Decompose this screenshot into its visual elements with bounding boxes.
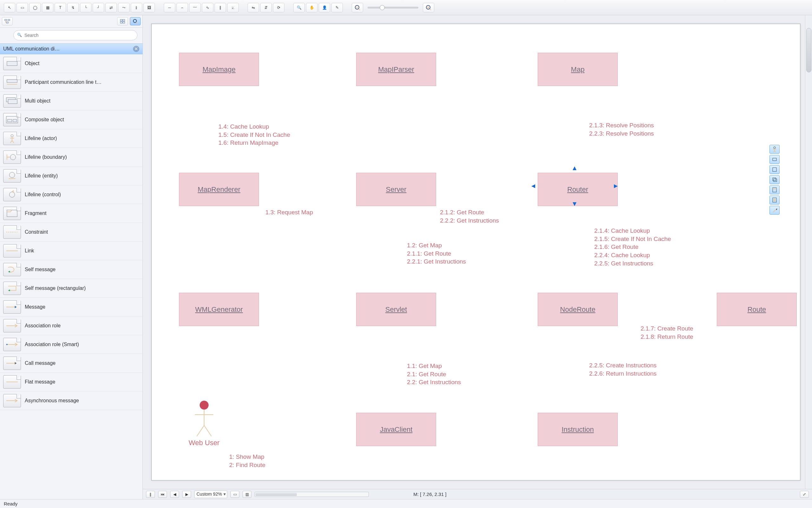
- node-server[interactable]: Server: [356, 173, 436, 206]
- sidebar-item-composite[interactable]: Composite object: [0, 111, 142, 129]
- node-map[interactable]: Map: [538, 53, 618, 86]
- page-first[interactable]: ⏮: [158, 491, 167, 498]
- toolbar-line[interactable]: ─: [164, 3, 175, 12]
- page-prev[interactable]: ◀: [170, 491, 179, 498]
- message-label[interactable]: 2.1.7: Create Route2.1.8: Return Route: [641, 325, 693, 341]
- palette-rect1[interactable]: [769, 155, 780, 164]
- toolbar-arc[interactable]: ⌢: [177, 3, 188, 12]
- palette-edit[interactable]: [769, 206, 780, 215]
- toolbar-connector-s[interactable]: ⤳: [118, 3, 130, 12]
- svg-point-16: [133, 19, 136, 23]
- toolbar-spline[interactable]: ∿: [202, 3, 213, 12]
- sidebar-item-object[interactable]: Object: [0, 54, 142, 73]
- toolbar-person[interactable]: 👤: [319, 3, 330, 12]
- node-servlet[interactable]: Servlet: [356, 293, 436, 326]
- sidebar-item-self[interactable]: Self message: [0, 260, 142, 279]
- node-wmlgenerator[interactable]: WMLGenerator: [179, 293, 259, 326]
- sidebar-item-assoc-smart[interactable]: Association role (Smart): [0, 335, 142, 354]
- zoom-out-button[interactable]: [352, 3, 363, 12]
- toolbar-table[interactable]: ▦: [42, 3, 53, 12]
- sidebar-item-async[interactable]: Asynchronous message: [0, 391, 142, 410]
- message-label[interactable]: 2.1.2: Get Route2.2.2: Get Instructions: [440, 208, 499, 224]
- sidebar-item-call[interactable]: Call message: [0, 354, 142, 373]
- message-label[interactable]: 2.1.3: Resolve Positions2.2.3: Resolve P…: [589, 121, 654, 137]
- page-next[interactable]: ▶: [182, 491, 191, 498]
- sidebar-tab-tree[interactable]: [2, 17, 13, 26]
- actor-web-user[interactable]: Web User: [187, 400, 222, 447]
- palette-list[interactable]: [769, 196, 780, 205]
- toolbar-angle[interactable]: ⟀: [227, 3, 239, 12]
- message-label[interactable]: 2.1.4: Cache Lookup2.1.5: Create If Not …: [594, 227, 671, 267]
- node-javaclient[interactable]: JavaClient: [356, 413, 436, 446]
- toolbar-pointer[interactable]: ↖: [4, 3, 15, 12]
- message-label[interactable]: 2.2.5: Create Instructions2.2.6: Return …: [589, 361, 657, 378]
- message-label[interactable]: 1.1: Get Map2.1: Get Route2.2: Get Instr…: [407, 362, 461, 386]
- zoom-in-button[interactable]: [423, 3, 434, 12]
- sidebar-item-message[interactable]: Message: [0, 298, 142, 316]
- search-input[interactable]: [13, 30, 137, 40]
- sidebar-item-fragment[interactable]: Fragment: [0, 204, 142, 223]
- sidebar-item-participant[interactable]: Participant communication line t…: [0, 73, 142, 92]
- sidebar-item-control[interactable]: Lifeline (control): [0, 185, 142, 204]
- message-label[interactable]: 1.2: Get Map2.1.1: Get Route2.2.1: Get I…: [407, 241, 466, 266]
- view-single[interactable]: ▭: [230, 491, 239, 498]
- toolbar-connector-r[interactable]: ┘: [93, 3, 104, 12]
- palette-actor[interactable]: [769, 145, 780, 154]
- toolbar-rect[interactable]: ▭: [16, 3, 28, 12]
- sidebar-item-boundary[interactable]: Lifeline (boundary): [0, 148, 142, 167]
- sidebar-tab-search[interactable]: [130, 17, 141, 26]
- vertical-scrollbar[interactable]: [805, 15, 812, 489]
- page[interactable]: MapImageMapIParserMapMapRendererServerRo…: [151, 24, 801, 481]
- actor-icon: [3, 132, 21, 145]
- palette-rect-stack[interactable]: [769, 175, 780, 184]
- toolbar-polyline[interactable]: ↯: [67, 3, 79, 12]
- toolbar-curve[interactable]: 〰: [189, 3, 200, 12]
- toolbar-ellipse[interactable]: ◯: [29, 3, 41, 12]
- top-toolbar: ↖▭◯▦T↯└┘⇄⤳⫿🖼 ─⌢〰∿∥⟀ ⇋⇵⟳ 🔍✋👤✎: [0, 0, 812, 15]
- toolbar-flip-h[interactable]: ⇋: [247, 3, 259, 12]
- toolbar-flip-v[interactable]: ⇵: [260, 3, 272, 12]
- fit-page[interactable]: ⤢: [800, 491, 809, 498]
- sidebar-tab-grid[interactable]: [117, 17, 128, 26]
- hscroll[interactable]: [255, 492, 369, 497]
- node-mapiparser[interactable]: MapIParser: [356, 53, 436, 86]
- svg-line-29: [10, 141, 12, 143]
- message-label[interactable]: 1.3: Request Map: [265, 208, 313, 216]
- toolbar-text[interactable]: T: [55, 3, 66, 12]
- node-maprenderer[interactable]: MapRenderer: [179, 173, 259, 206]
- node-router[interactable]: Router: [538, 173, 618, 206]
- svg-point-26: [11, 135, 13, 137]
- toolbar-connector-l[interactable]: └: [80, 3, 91, 12]
- canvas[interactable]: MapImageMapIParserMapMapRendererServerRo…: [143, 15, 812, 489]
- node-instruction[interactable]: Instruction: [538, 413, 618, 446]
- node-route[interactable]: Route: [717, 293, 797, 326]
- toolbar-zoom-plus[interactable]: 🔍: [293, 3, 305, 12]
- sidebar-section-title[interactable]: UML communication di… ✕: [0, 43, 142, 54]
- toolbar-pencil[interactable]: ✎: [331, 3, 343, 12]
- palette-panel[interactable]: [769, 185, 780, 194]
- node-mapimage[interactable]: MapImage: [179, 53, 259, 86]
- toolbar-connector-t[interactable]: ⫿: [131, 3, 142, 12]
- sidebar-item-actor[interactable]: Lifeline (actor): [0, 129, 142, 148]
- toolbar-parallel[interactable]: ∥: [215, 3, 226, 12]
- zoom-slider[interactable]: [368, 7, 418, 9]
- toolbar-rotate[interactable]: ⟳: [273, 3, 284, 12]
- message-label[interactable]: 1.4: Cache Lookup1.5: Create If Not In C…: [218, 123, 290, 147]
- sidebar-item-self-rect[interactable]: Self message (rectangular): [0, 279, 142, 298]
- message-label[interactable]: 1: Show Map2: Find Route: [229, 453, 265, 469]
- palette-rect2[interactable]: [769, 165, 780, 174]
- sidebar-item-assoc[interactable]: Association role: [0, 316, 142, 335]
- sidebar-item-multi[interactable]: Multi object: [0, 92, 142, 111]
- zoom-display[interactable]: Custom 92%: [194, 491, 227, 498]
- ruler-toggle[interactable]: ‖: [146, 491, 155, 498]
- toolbar-hand[interactable]: ✋: [306, 3, 317, 12]
- sidebar-item-constraint[interactable]: Constraint: [0, 223, 142, 242]
- toolbar-image[interactable]: 🖼: [143, 3, 155, 12]
- sidebar-section-close[interactable]: ✕: [133, 46, 139, 52]
- sidebar-item-entity[interactable]: Lifeline (entity): [0, 167, 142, 185]
- node-noderoute[interactable]: NodeRoute: [538, 293, 618, 326]
- view-multi[interactable]: ▥: [242, 491, 252, 498]
- sidebar-item-link[interactable]: Link: [0, 242, 142, 260]
- sidebar-item-flat[interactable]: Flat message: [0, 373, 142, 391]
- toolbar-connector-z[interactable]: ⇄: [105, 3, 117, 12]
